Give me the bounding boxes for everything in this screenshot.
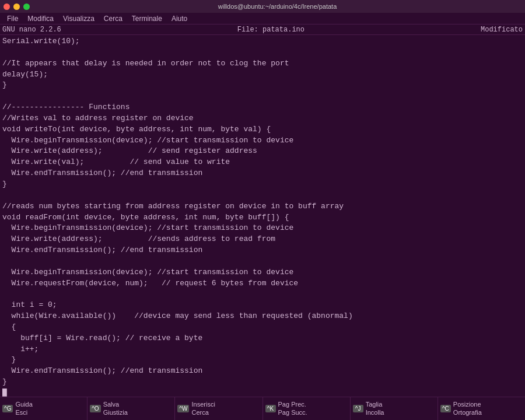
code-line-13: Wire.endTransmission(); //end transmissi…	[2, 169, 202, 177]
titlebar: willdos@ubuntu:~/arduino/4c/Irene/patata	[0, 0, 525, 13]
code-editor[interactable]: Serial.write(10); //It appears that dela…	[0, 35, 525, 397]
menu-modifica[interactable]: Modifica	[23, 15, 58, 23]
bottom-item-taglia[interactable]: ^J TagliaIncolla	[351, 397, 438, 420]
code-line-5: }	[2, 80, 7, 89]
label-salva: SalvaGiustizia	[103, 401, 128, 416]
menu-aiuto[interactable]: Aiuto	[167, 15, 192, 23]
bottom-item-guida[interactable]: ^G GuidaEsci	[0, 397, 88, 420]
code-line-8: //Writes val to address register on devi…	[2, 114, 194, 123]
key-cw: ^W	[177, 405, 189, 412]
code-line-19: Wire.write(address); //sends address to …	[2, 235, 275, 243]
code-line-16: //reads num bytes starting from address …	[2, 202, 344, 211]
code-line-30: }	[2, 355, 16, 364]
code-line-12: Wire.write(val); // send value to write	[2, 158, 230, 166]
nano-statusbar: GNU nano 2.2.6 File: patata.ino Modifica…	[0, 24, 525, 35]
menu-visualizza[interactable]: Visualizza	[58, 15, 99, 23]
menu-file[interactable]: File	[2, 15, 23, 23]
code-line-20: Wire.endTransmission(); //end transmissi…	[2, 246, 202, 254]
code-line-1: Serial.write(10);	[2, 37, 80, 46]
code-line-17: void readFrom(int device, byte address, …	[2, 213, 289, 222]
label-guida: GuidaEsci	[15, 401, 32, 416]
label-posizione: PosizioneOrtografia	[453, 401, 482, 416]
menubar: File Modifica Visualizza Cerca Terminale…	[0, 13, 525, 24]
code-line-28: buff[i] = Wire.read(); // receive a byte	[2, 334, 202, 342]
code-line-29: i++;	[2, 345, 38, 354]
code-line-9: void writeTo(int device, byte address, i…	[2, 125, 271, 134]
bottombar: ^G GuidaEsci ^O SalvaGiustizia ^W Inseri…	[0, 397, 525, 420]
code-line-25: int i = 0;	[2, 300, 57, 309]
label-pag: Pag Prec.Pag Succ.	[278, 401, 307, 416]
code-line-7: //---------------- Functions	[2, 103, 130, 111]
bottom-item-inserisci[interactable]: ^W InserisciCerca	[175, 397, 262, 420]
code-line-31: Wire.endTransmission(); //end transmissi…	[2, 366, 202, 375]
code-line-4: delay(15);	[2, 70, 48, 79]
code-line-27: {	[2, 323, 16, 331]
label-inserisci: InserisciCerca	[191, 401, 215, 416]
nano-filename: File: patata.ino	[237, 26, 304, 34]
code-line-14: }	[2, 180, 7, 188]
key-cj: ^J	[353, 405, 363, 412]
close-button[interactable]	[4, 4, 10, 10]
maximize-button[interactable]	[23, 4, 30, 10]
key-ck: ^K	[265, 405, 276, 412]
cursor-line: █	[2, 388, 7, 397]
code-line-10: Wire.beginTransmission(device); //start …	[2, 136, 293, 145]
code-line-22: Wire.beginTransmission(device); //start …	[2, 268, 293, 276]
code-line-18: Wire.beginTransmission(device); //start …	[2, 223, 293, 232]
key-cg: ^G	[2, 405, 13, 412]
key-co: ^O	[90, 405, 100, 412]
window-title: willdos@ubuntu:~/arduino/4c/Irene/patata	[33, 3, 522, 10]
minimize-button[interactable]	[13, 4, 20, 10]
code-line-32: }	[2, 377, 7, 386]
bottom-item-pag[interactable]: ^K Pag Prec.Pag Succ.	[263, 397, 351, 420]
bottom-item-salva[interactable]: ^O SalvaGiustizia	[88, 397, 175, 420]
label-taglia: TagliaIncolla	[366, 401, 384, 416]
menu-cerca[interactable]: Cerca	[99, 15, 127, 23]
key-cc: ^C	[440, 405, 451, 412]
code-line-23: Wire.requestFrom(device, num); // reques…	[2, 279, 298, 288]
menu-terminale[interactable]: Terminale	[127, 15, 167, 23]
nano-modified: Modificato	[481, 26, 523, 34]
code-line-11: Wire.write(address); // send register ad…	[2, 146, 257, 155]
bottom-item-posizione[interactable]: ^C PosizioneOrtografia	[438, 397, 525, 420]
nano-version: GNU nano 2.2.6	[2, 26, 61, 34]
code-line-26: while(Wire.available()) //device may sen…	[2, 312, 353, 320]
code-line-3: //It appears that delay is needed in ord…	[2, 59, 289, 68]
